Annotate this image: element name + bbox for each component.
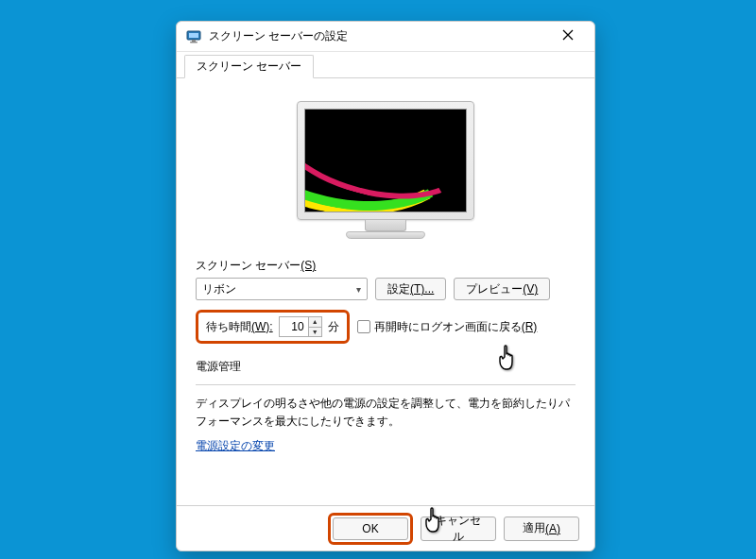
apply-button[interactable]: 適用(A)	[504, 517, 579, 541]
wait-unit: 分	[328, 319, 339, 335]
resume-logon-checkbox[interactable]: 再開時にログオン画面に戻る(R)	[357, 319, 538, 335]
checkbox-icon	[357, 320, 370, 333]
dialog-body: スクリーン セーバー(S) リボン ▾ 設定(T)... プレビュー(V) 待ち…	[177, 78, 594, 505]
screensaver-preview	[196, 92, 576, 258]
monitor-icon	[297, 101, 474, 239]
wait-spin-down[interactable]: ▼	[309, 327, 321, 337]
power-section-label: 電源管理	[196, 359, 576, 375]
wait-minutes-input[interactable]: 10 ▲ ▼	[279, 316, 322, 337]
power-settings-link[interactable]: 電源設定の変更	[196, 438, 576, 454]
wait-spin-up[interactable]: ▲	[309, 317, 321, 327]
preview-button[interactable]: プレビュー(V)	[454, 278, 550, 300]
power-description: ディスプレイの明るさや他の電源の設定を調整して、電力を節約したりパフォーマンスを…	[196, 395, 576, 431]
chevron-down-icon: ▾	[356, 284, 361, 295]
resume-logon-label: 再開時にログオン画面に戻る(R)	[374, 319, 538, 335]
wait-highlight: 待ち時間(W): 10 ▲ ▼ 分	[196, 310, 350, 344]
titlebar: スクリーン セーバーの設定	[177, 22, 594, 52]
screensaver-selected-value: リボン	[202, 281, 236, 297]
cancel-button[interactable]: キャンセル	[421, 517, 496, 541]
tab-screensaver[interactable]: スクリーン セーバー	[184, 55, 314, 78]
close-icon	[562, 29, 574, 43]
screensaver-icon	[186, 29, 201, 44]
ok-button[interactable]: OK	[333, 517, 408, 540]
screensaver-section-label: スクリーン セーバー(S)	[196, 258, 576, 274]
screensaver-settings-dialog: スクリーン セーバーの設定 スクリーン セーバー	[176, 21, 595, 551]
ok-highlight: OK	[328, 513, 413, 545]
divider	[196, 384, 576, 385]
window-title: スクリーン セーバーの設定	[209, 28, 547, 44]
close-button[interactable]	[547, 24, 589, 50]
wait-label: 待ち時間(W):	[206, 319, 273, 335]
settings-button[interactable]: 設定(T)...	[375, 278, 446, 300]
tab-strip: スクリーン セーバー	[177, 52, 594, 78]
screensaver-select[interactable]: リボン ▾	[196, 278, 368, 300]
svg-rect-3	[190, 42, 198, 43]
svg-rect-1	[189, 33, 198, 38]
svg-rect-2	[192, 40, 196, 42]
dialog-footer: OK キャンセル 適用(A)	[177, 505, 594, 551]
wait-minutes-value: 10	[280, 320, 308, 333]
screensaver-row: リボン ▾ 設定(T)... プレビュー(V)	[196, 278, 576, 300]
wait-row: 待ち時間(W): 10 ▲ ▼ 分 再開時にログオン画面に戻る(R)	[196, 310, 576, 344]
